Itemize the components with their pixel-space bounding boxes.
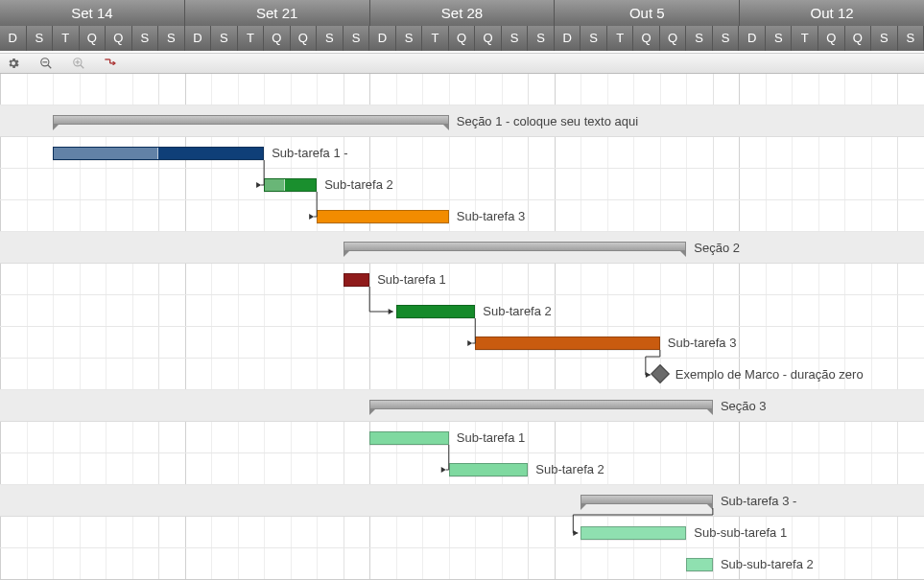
day-cell: S [871,26,898,51]
task-bar[interactable] [580,526,686,540]
day-cell: T [792,26,818,51]
day-cell: S [713,26,740,51]
day-cell: Q [633,26,660,51]
task-label: Sub-tarefa 3 [660,336,737,350]
task-row: Sub-tarefa 1 [0,264,924,295]
task-row: Sub-tarefa 2 [0,169,924,200]
section-row: Seção 2 [0,232,924,264]
svg-line-2 [48,65,52,69]
task-row: Sub-tarefa 3 [0,200,924,232]
week-cell: Set 28 [370,0,556,26]
task-row: Sub-sub-tarefa 1 [0,517,924,548]
toolbar [0,53,924,74]
task-label: Sub-sub-tarefa 2 [713,557,814,571]
day-cell: Q [845,26,872,51]
milestone-row: Exemplo de Marco - duração zero [0,359,924,390]
day-cell: D [0,26,27,51]
day-cell: Q [80,26,107,51]
task-bar[interactable] [53,147,264,160]
task-bar[interactable] [475,336,660,350]
day-cell: T [422,26,449,51]
day-cell: Q [264,26,291,51]
gantt-body[interactable]: Seção 1 - coloque seu texto aquiSub-tare… [0,74,924,580]
task-bar[interactable] [449,463,529,476]
timeline-header: Set 14Set 21Set 28Out 5Out 12 DSTQQSSDST… [0,0,924,53]
day-cell: S [580,26,607,51]
day-cell: D [739,26,766,51]
svg-line-6 [81,65,84,69]
day-cell: S [396,26,423,51]
task-row: Sub-tarefa 2 [0,295,924,327]
task-row: Sub-tarefa 3 [0,327,924,359]
day-cell: Q [818,26,845,51]
day-row: DSTQQSSDSTQQSSDSTQQSSDSTQQSSDSTQQSS [0,26,924,51]
milestone-label: Exemplo de Marco - duração zero [668,367,864,382]
task-label: Sub-tarefa 1 [449,430,526,445]
day-cell: S [502,26,529,51]
task-row: Sub-tarefa 1 [0,422,924,453]
gantt-chart: Set 14Set 21Set 28Out 5Out 12 DSTQQSSDST… [0,0,924,580]
task-label: Sub-tarefa 2 [475,304,552,318]
day-cell: S [898,26,924,51]
critical-path-icon[interactable] [104,56,119,71]
gear-icon[interactable] [6,56,21,71]
day-cell: S [211,26,238,51]
day-cell: Q [106,26,132,51]
task-label: Sub-tarefa 1 [369,272,446,287]
day-cell: D [555,26,581,51]
section-label: Sub-tarefa 3 - [713,494,797,508]
day-cell: T [53,26,80,51]
day-cell: Q [291,26,318,51]
day-cell: S [766,26,793,51]
day-cell: S [132,26,159,51]
task-label: Sub-tarefa 3 [449,209,526,223]
zoom-in-icon[interactable] [71,56,86,71]
section-label: Seção 1 - coloque seu texto aqui [449,114,638,128]
day-cell: Q [660,26,687,51]
section-row: Sub-tarefa 3 - [0,485,924,517]
task-bar[interactable] [344,273,370,287]
section-label: Seção 3 [713,399,767,413]
day-cell: S [528,26,555,51]
task-row: Sub-tarefa 1 - [0,137,924,169]
day-cell: D [185,26,212,51]
section-bar[interactable] [580,495,713,504]
day-cell: S [686,26,713,51]
task-label: Sub-tarefa 2 [528,462,604,476]
task-bar[interactable] [317,210,449,223]
day-cell: Q [475,26,502,51]
day-cell: Q [449,26,476,51]
section-row: Seção 3 [0,390,924,422]
section-label: Seção 2 [686,241,740,255]
week-cell: Out 12 [740,0,924,26]
progress-indicator [265,179,285,191]
day-cell: T [607,26,634,51]
task-row: Sub-sub-tarefa 2 [0,548,924,580]
task-row: Sub-tarefa 2 [0,453,924,485]
zoom-out-icon[interactable] [38,56,54,71]
task-bar[interactable] [264,178,317,192]
day-cell: S [27,26,54,51]
section-bar[interactable] [53,115,449,125]
blank-row [0,74,924,105]
day-cell: S [344,26,370,51]
task-label: Sub-tarefa 1 - [264,146,348,160]
day-cell: S [317,26,344,51]
week-cell: Out 5 [555,0,740,26]
section-bar[interactable] [344,242,687,251]
task-label: Sub-tarefa 2 [317,177,393,192]
week-cell: Set 14 [0,0,185,26]
task-bar[interactable] [369,431,449,445]
section-row: Seção 1 - coloque seu texto aqui [0,105,924,137]
week-row: Set 14Set 21Set 28Out 5Out 12 [0,0,924,26]
milestone-marker[interactable] [651,364,670,383]
section-bar[interactable] [369,400,713,409]
task-label: Sub-sub-tarefa 1 [686,525,787,540]
progress-indicator [54,148,158,159]
day-cell: T [238,26,265,51]
week-cell: Set 21 [185,0,370,26]
day-cell: D [369,26,396,51]
day-cell: S [158,26,185,51]
task-bar[interactable] [396,305,476,318]
task-bar[interactable] [686,558,713,571]
